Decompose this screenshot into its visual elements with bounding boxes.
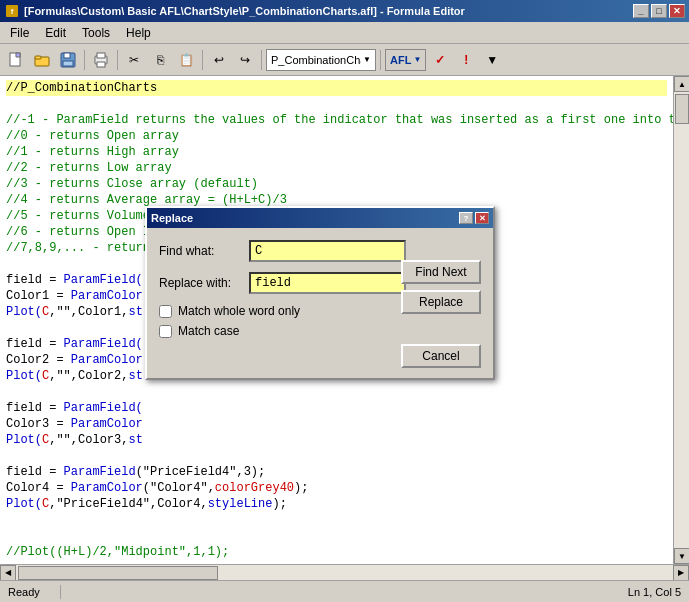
dialog-bottom-row: Cancel <box>159 344 481 368</box>
replace-label: Replace with: <box>159 276 249 290</box>
editor-area: //P_CombinationCharts //-1 - ParamField … <box>0 76 689 580</box>
status-divider <box>60 585 61 599</box>
toolbar-sep-1 <box>84 50 85 70</box>
dropdown-arrow-icon: ▼ <box>363 55 371 64</box>
new-button[interactable] <box>4 48 28 72</box>
dialog-title: Replace <box>151 212 459 224</box>
match-case-checkbox[interactable] <box>159 325 172 338</box>
code-line: field = ParamField( <box>6 400 667 416</box>
code-line <box>6 512 667 528</box>
code-line: Plot(C,"PriceField4",Color4,styleLine); <box>6 496 667 512</box>
window-frame: f [Formulas\Custom\ Basic AFL\ChartStyle… <box>0 0 689 602</box>
menu-edit[interactable]: Edit <box>37 24 74 42</box>
code-line <box>6 528 667 544</box>
replace-dialog[interactable]: Replace ? ✕ Find what: Replace wi <box>145 206 495 380</box>
svg-rect-7 <box>63 61 73 66</box>
status-position: Ln 1, Col 5 <box>628 586 681 598</box>
afl-dropdown-icon: ▼ <box>413 55 421 64</box>
svg-rect-10 <box>97 62 105 67</box>
scroll-track-horizontal[interactable] <box>16 565 673 581</box>
find-label: Find what: <box>159 244 249 258</box>
code-line <box>6 448 667 464</box>
match-case-label: Match case <box>178 324 239 338</box>
vertical-scrollbar[interactable]: ▲ ▼ <box>673 76 689 564</box>
svg-text:f: f <box>11 7 14 16</box>
window-controls: _ □ ✕ <box>633 4 685 18</box>
status-bar: Ready Ln 1, Col 5 <box>0 580 689 602</box>
replace-button[interactable]: Replace <box>401 290 481 314</box>
title-bar: f [Formulas\Custom\ Basic AFL\ChartStyle… <box>0 0 689 22</box>
dialog-title-bar: Replace ? ✕ <box>147 208 493 228</box>
scroll-down-button[interactable]: ▼ <box>674 548 689 564</box>
find-row: Find what: <box>159 240 481 262</box>
check-button[interactable]: ✓ <box>428 48 452 72</box>
code-line: field = ParamField("PriceField4",3); <box>6 464 667 480</box>
afl-button[interactable]: AFL ▼ <box>385 49 426 71</box>
code-line <box>6 96 667 112</box>
menu-tools[interactable]: Tools <box>74 24 118 42</box>
afl-label: AFL <box>390 54 411 66</box>
toolbar-sep-3 <box>202 50 203 70</box>
code-line <box>6 384 667 400</box>
print-button[interactable] <box>89 48 113 72</box>
svg-rect-9 <box>97 53 105 58</box>
scroll-up-button[interactable]: ▲ <box>674 76 689 92</box>
dialog-help-button[interactable]: ? <box>459 212 473 224</box>
toolbar-sep-4 <box>261 50 262 70</box>
menu-help[interactable]: Help <box>118 24 159 42</box>
code-line: Color4 = ParamColor("Color4",colorGrey40… <box>6 480 667 496</box>
open-button[interactable] <box>30 48 54 72</box>
match-whole-word-label: Match whole word only <box>178 304 300 318</box>
cut-button[interactable]: ✂ <box>122 48 146 72</box>
find-input[interactable] <box>249 240 406 262</box>
code-line: Plot(C,"",Color3,st <box>6 432 667 448</box>
maximize-button[interactable]: □ <box>651 4 667 18</box>
dialog-action-buttons: Find Next Replace <box>401 260 481 314</box>
window-title: [Formulas\Custom\ Basic AFL\ChartStyle\P… <box>24 5 633 17</box>
code-line: //Plot((H+L)/2,"Midpoint",1,1); <box>6 544 667 560</box>
dialog-content: Find what: Replace with: Find Next Repla… <box>147 228 493 378</box>
code-line: Color3 = ParamColor <box>6 416 667 432</box>
match-case-row: Match case <box>159 324 481 338</box>
cancel-button[interactable]: Cancel <box>401 344 481 368</box>
code-line: //1 - returns High array <box>6 144 667 160</box>
dialog-title-buttons: ? ✕ <box>459 212 489 224</box>
redo-button[interactable]: ↪ <box>233 48 257 72</box>
find-next-button[interactable]: Find Next <box>401 260 481 284</box>
minimize-button[interactable]: _ <box>633 4 649 18</box>
code-line: //-1 - ParamField returns the values of … <box>6 112 667 128</box>
scroll-thumb-horizontal[interactable] <box>18 566 218 580</box>
code-line: //0 - returns Open array <box>6 128 667 144</box>
paste-button[interactable]: 📋 <box>174 48 198 72</box>
dialog-close-button[interactable]: ✕ <box>475 212 489 224</box>
scroll-track-vertical[interactable] <box>674 92 689 548</box>
code-line: //3 - returns Close array (default) <box>6 176 667 192</box>
toolbar-sep-2 <box>117 50 118 70</box>
scroll-right-button[interactable]: ▶ <box>673 565 689 581</box>
status-ready: Ready <box>8 586 40 598</box>
svg-rect-4 <box>35 56 41 59</box>
formula-dropdown[interactable]: P_CombinationChar ▼ <box>266 49 376 71</box>
close-button[interactable]: ✕ <box>669 4 685 18</box>
copy-button[interactable]: ⎘ <box>148 48 172 72</box>
undo-button[interactable]: ↩ <box>207 48 231 72</box>
svg-rect-6 <box>64 53 70 58</box>
scroll-left-button[interactable]: ◀ <box>0 565 16 581</box>
exclaim-button[interactable]: ! <box>454 48 478 72</box>
menu-bar: File Edit Tools Help <box>0 22 689 44</box>
horizontal-scrollbar[interactable]: ◀ ▶ <box>0 564 689 580</box>
menu-file[interactable]: File <box>2 24 37 42</box>
scroll-thumb-vertical[interactable] <box>675 94 689 124</box>
save-button[interactable] <box>56 48 80 72</box>
toolbar-sep-5 <box>380 50 381 70</box>
replace-input[interactable] <box>249 272 406 294</box>
app-icon: f <box>4 3 20 19</box>
more-button[interactable]: ▼ <box>480 48 504 72</box>
code-line-highlight: //P_CombinationCharts <box>6 80 667 96</box>
formula-dropdown-value: P_CombinationChar <box>271 54 361 66</box>
match-whole-word-checkbox[interactable] <box>159 305 172 318</box>
toolbar: ✂ ⎘ 📋 ↩ ↪ P_CombinationChar ▼ AFL ▼ ✓ ! … <box>0 44 689 76</box>
code-line: //2 - returns Low array <box>6 160 667 176</box>
